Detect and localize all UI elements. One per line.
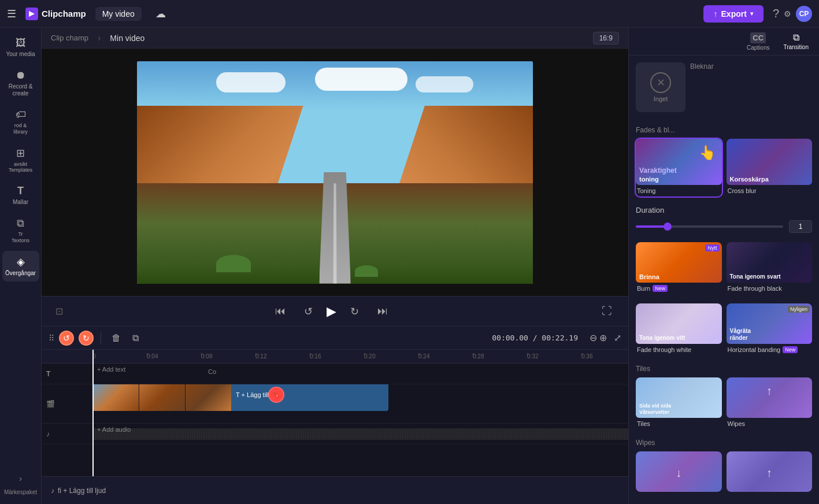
sidebar-expand-button[interactable]: › <box>19 474 22 483</box>
video-header: Clip champ › Min video 16:9 <box>42 28 628 49</box>
h-banding-label: Horizontal banding <box>728 346 781 353</box>
redo-button[interactable]: ↻ <box>79 331 94 346</box>
text-track-content[interactable]: + Add text Co <box>92 364 628 384</box>
transition-item-burn[interactable]: Brinna Nytt Burn New <box>636 242 722 294</box>
playback-controls: ⊡ ⏮ ↺ ▶ ↻ ⏭ ⛶ <box>42 296 628 326</box>
zoom-in-button[interactable]: ⊕ <box>599 332 607 343</box>
sidebar-item-templates[interactable]: ⊞ avsiktTemplates <box>2 142 39 179</box>
sidebar-item-record-create[interactable]: ⏺ Record &create <box>2 65 39 102</box>
tab-captions[interactable]: CC Captions <box>741 29 775 54</box>
menu-icon[interactable]: ☰ <box>7 8 16 20</box>
ruler-mark-16: 0:16 <box>310 353 364 360</box>
h-banding-recently-badge: Nyligen <box>788 306 810 313</box>
center-controls: ⏮ ↺ ▶ ↻ ⏭ <box>270 303 392 320</box>
none-label: Inget <box>654 95 668 102</box>
sidebar-item-textons[interactable]: ⧉ TrTextons <box>2 213 39 249</box>
sidebar-item-overgangar[interactable]: ◈ Övergångar <box>2 251 39 281</box>
sidebar-label-your-media: Your media <box>6 51 35 58</box>
toning-name: Toning <box>636 185 722 197</box>
tab-transition[interactable]: ⧉ Transition <box>777 29 814 54</box>
sidebar-item-your-media[interactable]: 🖼 Your media <box>2 32 39 62</box>
ruler-mark-0: 0 <box>92 353 147 360</box>
avatar[interactable]: CP <box>796 6 812 22</box>
fades-blur-section-label: Fades & bl... <box>636 126 812 134</box>
duration-section: Duration <box>636 206 812 233</box>
delete-button[interactable]: 🗑 <box>108 332 124 344</box>
save-to-cloud-button[interactable]: ☁ <box>151 5 171 23</box>
cross-blur-name: Cross blur <box>727 185 813 197</box>
zoom-out-button[interactable]: ⊖ <box>590 332 597 343</box>
fade-white-label: Fade through white <box>637 346 691 353</box>
burn-new-badge: Nytt <box>705 244 719 251</box>
burn-name: Burn New <box>636 283 722 294</box>
play-pause-button[interactable]: ▶ <box>327 304 336 319</box>
timeline-ruler: 0 0:04 0:08 0:12 0:16 0:20 0:24 0:28 0:3… <box>42 350 628 364</box>
clip-bookmark-circle: 🔖 <box>268 387 284 403</box>
fullscreen-button[interactable]: ⛶ <box>597 303 617 320</box>
main-area: 🖼 Your media ⏺ Record &create 🏷 rod &lib… <box>0 28 819 504</box>
h-banding-badge: New <box>783 346 798 353</box>
skip-to-start-button[interactable]: ⏮ <box>270 303 290 320</box>
wipes2-name: Wipes <box>727 418 813 429</box>
overgangar-icon: ◈ <box>17 255 25 268</box>
duration-input[interactable] <box>789 220 812 233</box>
fade-black-label: Fade through black <box>728 285 782 292</box>
transition-item-wipe-up[interactable]: ↑ <box>727 451 813 492</box>
transition-item-tiles[interactable]: Sida vid sidaVåtservetter Tiles <box>636 377 722 429</box>
ruler-mark-12: 0:12 <box>255 353 310 360</box>
transition-item-wipe-down[interactable]: ↓ <box>636 451 722 492</box>
toning-overlay-label: toning <box>639 176 659 183</box>
brand-pack-label: Märkespaket <box>2 486 39 499</box>
video-title-tab[interactable]: My video <box>95 7 142 21</box>
center-area: Clip champ › Min video 16:9 <box>42 28 628 504</box>
export-arrow-icon: ↑ <box>714 9 718 18</box>
bottom-bar: ♪ fi + Lägg till ljud <box>42 476 628 504</box>
video-frame <box>137 61 533 284</box>
transition-item-wipes2[interactable]: ↑ Wipes <box>727 377 813 429</box>
ruler-mark-24: 0:24 <box>418 353 473 360</box>
duplicate-button[interactable]: ⧉ <box>129 332 142 344</box>
transition-item-toning[interactable]: toning Varaktighet 👆 Toning <box>636 139 722 197</box>
forward-5s-button[interactable]: ↻ <box>346 303 364 320</box>
aspect-ratio-button[interactable]: 16:9 <box>593 32 619 45</box>
h-banding-name: Horizontal banding New <box>727 344 813 355</box>
fade-white-name: Fade through white <box>636 344 722 355</box>
video-track-content[interactable]: T + Lägg till text 🔖 <box>92 384 628 424</box>
clip-thumbnail <box>92 384 139 411</box>
help-icon[interactable]: ? <box>773 7 779 20</box>
export-button[interactable]: ↑ Export ▾ <box>703 5 764 23</box>
add-text-button[interactable]: + Add text <box>92 365 130 374</box>
timeline-toolbar: ⠿ ↺ ↻ 🗑 ⧉ 00:00.00 / 00:22.19 ⊖ ⊕ ⤢ <box>42 327 628 350</box>
settings-icon[interactable]: ⚙ <box>784 9 791 18</box>
undo-button[interactable]: ↺ <box>59 331 74 346</box>
tiles-name: Tiles <box>636 418 722 429</box>
transition-item-h-banding[interactable]: Nyligen Vågrätaränder Horizontal banding… <box>727 303 813 355</box>
duration-slider-row <box>636 220 812 233</box>
record-icon: ⏺ <box>16 69 26 81</box>
bottom-audio-label: ♪ fi + Lägg till ljud <box>51 487 106 495</box>
h-banding-overlay-label: Vågrätaränder <box>730 328 751 342</box>
sidebar: 🖼 Your media ⏺ Record &create 🏷 rod &lib… <box>0 28 42 504</box>
video-clip[interactable]: T + Lägg till text 🔖 <box>92 384 388 411</box>
fade-white-grid: Tona igenom vitt Fade through white Nyli… <box>636 303 812 355</box>
audio-track-content[interactable]: + Add audio <box>92 424 628 444</box>
varaktighet-label: Varaktighet <box>639 166 677 175</box>
transition-none-item[interactable]: ✕ Inget <box>636 62 685 112</box>
right-panel: CC Captions ⧉ Transition ✕ Inget Bleknar <box>628 28 819 504</box>
timeline-expand-button[interactable]: ⤢ <box>614 332 621 343</box>
transition-item-fade-black[interactable]: Tona igenom svart Fade through black <box>727 242 813 294</box>
sidebar-label-overgangar: Övergångar <box>5 270 36 277</box>
add-audio-button[interactable]: + Add audio <box>92 425 135 434</box>
duration-slider[interactable] <box>636 225 783 228</box>
wipe-down-arrow: ↓ <box>676 466 681 480</box>
rewind-5s-button[interactable]: ↺ <box>299 303 317 320</box>
transition-item-cross-blur[interactable]: Korsoskärpa Cross blur <box>727 139 813 197</box>
audio-waveform <box>92 428 628 440</box>
bottom-audio-icon: ♪ <box>51 487 54 495</box>
transition-item-fade-white[interactable]: Tona igenom vitt Fade through white <box>636 303 722 355</box>
sidebar-item-text[interactable]: T Mallar <box>2 180 39 210</box>
skip-to-end-button[interactable]: ⏭ <box>373 303 392 320</box>
add-audio-label: + Add audio <box>97 426 131 433</box>
subtitle-toggle-button[interactable]: ⊡ <box>53 303 65 319</box>
sidebar-item-brand-library[interactable]: 🏷 rod &library <box>2 104 39 140</box>
